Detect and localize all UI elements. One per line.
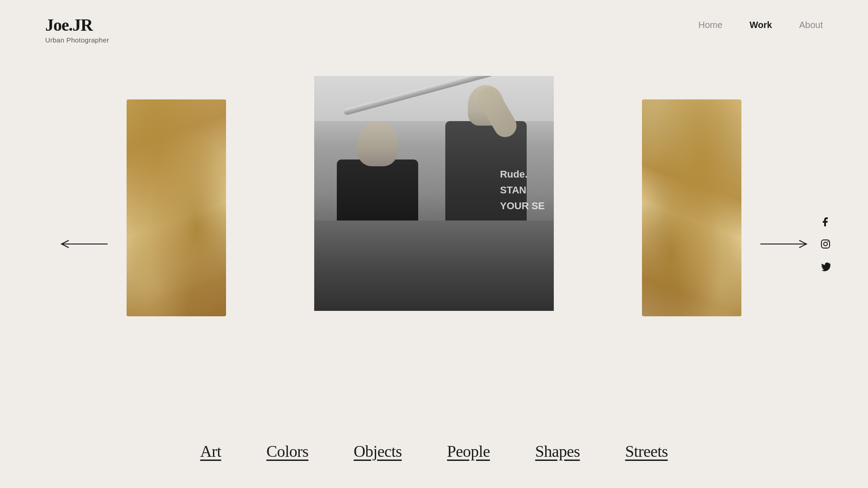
instagram-icon[interactable] xyxy=(819,238,832,250)
photo-content: Rude. STAN YOUR SE xyxy=(314,76,554,311)
arrow-left-button[interactable] xyxy=(59,239,108,249)
logo-area: Joe.JR Urban Photographer xyxy=(45,16,109,44)
social-icons xyxy=(819,215,832,273)
nav-work[interactable]: Work xyxy=(750,20,772,30)
subway-background xyxy=(314,221,554,311)
overlay-line-1: Rude. xyxy=(500,166,545,182)
site-logo[interactable]: Joe.JR xyxy=(45,16,109,33)
category-art[interactable]: Art xyxy=(200,442,222,461)
site-tagline: Urban Photographer xyxy=(45,36,109,44)
overlay-line-2: STAN xyxy=(500,182,545,198)
header: Joe.JR Urban Photographer Home Work Abou… xyxy=(0,0,868,44)
arrow-right-button[interactable] xyxy=(760,239,809,249)
svg-point-3 xyxy=(824,242,827,246)
facebook-icon[interactable] xyxy=(819,215,832,228)
category-shapes[interactable]: Shapes xyxy=(535,442,580,461)
person-back-head xyxy=(468,85,504,126)
category-nav: Art Colors Objects People Shapes Streets xyxy=(0,442,868,461)
category-colors[interactable]: Colors xyxy=(266,442,308,461)
sandy-panel-right xyxy=(642,99,741,316)
svg-point-4 xyxy=(827,241,828,242)
category-streets[interactable]: Streets xyxy=(625,442,668,461)
sandy-panel-left xyxy=(127,99,226,316)
hero-photo: Rude. STAN YOUR SE xyxy=(314,76,554,311)
category-objects[interactable]: Objects xyxy=(354,442,401,461)
twitter-icon[interactable] xyxy=(819,260,832,273)
overlay-line-3: YOUR SE xyxy=(500,198,545,214)
main-nav: Home Work About xyxy=(698,16,823,30)
category-people[interactable]: People xyxy=(447,442,490,461)
nav-about[interactable]: About xyxy=(799,20,823,30)
nav-home[interactable]: Home xyxy=(698,20,722,30)
person-front-head xyxy=(357,121,398,166)
photo-overlay-text: Rude. STAN YOUR SE xyxy=(500,166,545,214)
